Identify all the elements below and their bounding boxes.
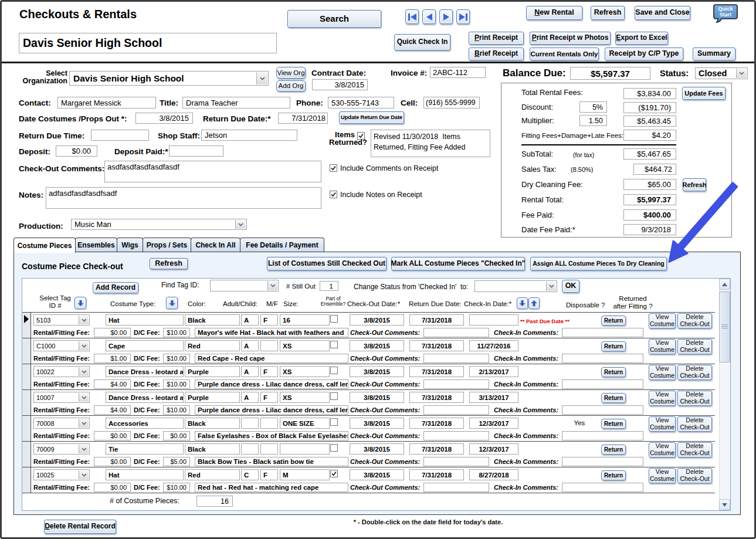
svg-text:Start: Start xyxy=(720,12,732,18)
svg-text:Quick: Quick xyxy=(718,6,733,12)
